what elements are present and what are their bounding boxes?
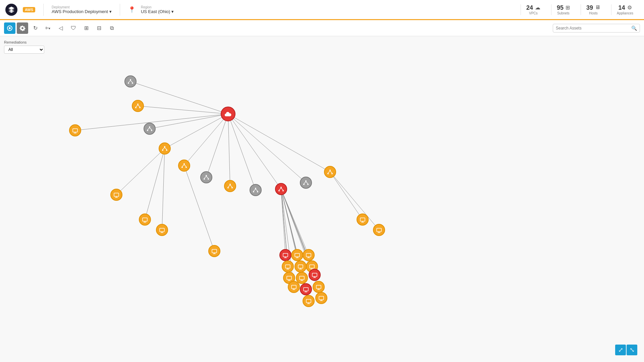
copy-tool-button[interactable]: ⧉ — [106, 22, 117, 34]
graph-canvas — [0, 36, 644, 362]
svg-line-2 — [130, 81, 228, 114]
svg-point-58 — [181, 167, 183, 168]
graph-node-n30[interactable] — [313, 281, 325, 293]
svg-line-43 — [138, 105, 140, 107]
graph-node-n22[interactable] — [282, 260, 294, 273]
search-input[interactable] — [556, 26, 631, 31]
graph-node-n6[interactable] — [178, 160, 190, 172]
key-tool-button[interactable]: 🗝 — [42, 22, 54, 34]
svg-rect-95 — [143, 218, 147, 221]
graph-node-n4[interactable] — [144, 123, 156, 135]
svg-point-49 — [151, 130, 152, 131]
svg-line-12 — [228, 114, 306, 183]
app-logo[interactable] — [5, 4, 17, 16]
grid-tool-button[interactable]: ⊟ — [93, 22, 105, 34]
svg-line-86 — [306, 182, 308, 184]
svg-point-82 — [305, 180, 307, 182]
graph-node-n18[interactable] — [373, 224, 385, 236]
svg-rect-137 — [291, 285, 296, 289]
svg-point-34 — [130, 79, 131, 80]
svg-point-41 — [139, 107, 141, 108]
graph-node-n10[interactable] — [275, 183, 287, 195]
graph-node-n9[interactable] — [250, 184, 262, 196]
svg-point-74 — [257, 191, 258, 192]
graph-node-n5[interactable] — [159, 142, 171, 155]
svg-rect-101 — [212, 249, 217, 253]
svg-rect-146 — [306, 299, 311, 303]
graph-node-n7[interactable] — [200, 171, 212, 183]
deployment-section: Deployment AWS Production Deployment ▾ — [52, 5, 112, 14]
graph-node-n13[interactable] — [110, 189, 122, 201]
svg-point-89 — [331, 173, 333, 174]
select-tool-button[interactable] — [4, 22, 15, 34]
graph-node-n11[interactable] — [300, 177, 312, 189]
svg-point-40 — [135, 107, 137, 108]
stat-hosts[interactable]: 39 🖥 Hosts — [581, 4, 606, 15]
svg-line-71 — [230, 185, 232, 187]
svg-line-7 — [184, 114, 228, 166]
svg-line-13 — [228, 114, 330, 172]
svg-line-70 — [228, 185, 230, 187]
graph-node-n28[interactable] — [288, 281, 300, 293]
svg-point-78 — [278, 190, 280, 191]
svg-point-39 — [137, 104, 139, 105]
graph-node-n21[interactable] — [303, 249, 315, 261]
svg-point-73 — [253, 191, 254, 192]
svg-line-56 — [165, 147, 167, 149]
subnets-icon: ⊞ — [566, 4, 570, 11]
graph-node-n1[interactable] — [124, 75, 137, 87]
graph-node-n17[interactable] — [357, 214, 369, 226]
stat-vpcs[interactable]: 24 ☁ VPCs — [521, 4, 546, 15]
stat-subnets[interactable]: 95 ⊞ Subnets — [551, 4, 575, 15]
cloud-icon: ☁ — [535, 4, 540, 11]
svg-point-52 — [164, 146, 165, 147]
graph-node-n19[interactable] — [279, 249, 291, 261]
svg-point-72 — [255, 188, 256, 189]
graph-node-n8[interactable] — [224, 180, 236, 192]
graph-node-n31[interactable] — [303, 295, 315, 307]
graph-node-n16[interactable] — [208, 245, 220, 257]
graph-node-n29[interactable] — [300, 283, 312, 295]
svg-line-55 — [163, 147, 165, 149]
graph-node-n20[interactable] — [291, 249, 303, 261]
svg-line-90 — [328, 171, 330, 173]
svg-line-75 — [254, 189, 256, 191]
svg-line-65 — [204, 176, 206, 178]
stat-appliances[interactable]: 14 ⚙ Appliances — [611, 4, 639, 15]
appliances-icon: ⚙ — [627, 4, 632, 11]
svg-line-15 — [145, 148, 165, 220]
svg-rect-122 — [298, 265, 303, 268]
refresh-tool-button[interactable]: ↻ — [30, 22, 41, 34]
shield-tool-button[interactable]: 🛡 — [68, 22, 79, 34]
graph-node-center[interactable] — [221, 107, 235, 121]
svg-rect-128 — [287, 276, 291, 280]
share-tool-button[interactable]: ◁ — [55, 22, 66, 34]
search-button[interactable]: 🔍 — [631, 25, 637, 31]
svg-line-33 — [330, 172, 379, 230]
region-value[interactable]: US East (Ohio) ▾ — [141, 9, 174, 14]
graph-node-n27[interactable] — [309, 269, 321, 281]
graph-node-n2[interactable] — [132, 100, 144, 112]
svg-point-57 — [183, 163, 185, 165]
svg-rect-134 — [312, 273, 317, 277]
zoom-controls: ⤢ ⤡ — [615, 345, 637, 355]
deployment-value[interactable]: AWS Production Deployment ▾ — [52, 9, 112, 14]
svg-point-1 — [9, 27, 11, 29]
svg-point-68 — [227, 187, 229, 188]
hosts-icon: 🖥 — [595, 4, 600, 10]
graph-node-n32[interactable] — [315, 292, 327, 304]
svg-line-37 — [128, 80, 130, 82]
graph-node-n3[interactable] — [69, 124, 81, 136]
aws-badge[interactable]: AWS — [23, 7, 35, 12]
graph-node-n15[interactable] — [156, 224, 168, 236]
graph-node-n14[interactable] — [139, 214, 151, 226]
table-tool-button[interactable]: ⊞ — [80, 22, 92, 34]
settings-tool-button[interactable] — [17, 22, 28, 34]
graph-node-n23[interactable] — [294, 260, 307, 273]
zoom-collapse-button[interactable]: ⤡ — [627, 345, 637, 355]
search-bar[interactable]: 🔍 — [553, 24, 640, 33]
zoom-expand-button[interactable]: ⤢ — [615, 345, 626, 355]
graph-node-n12[interactable] — [324, 166, 336, 178]
svg-line-85 — [304, 182, 306, 184]
svg-point-63 — [204, 178, 205, 180]
